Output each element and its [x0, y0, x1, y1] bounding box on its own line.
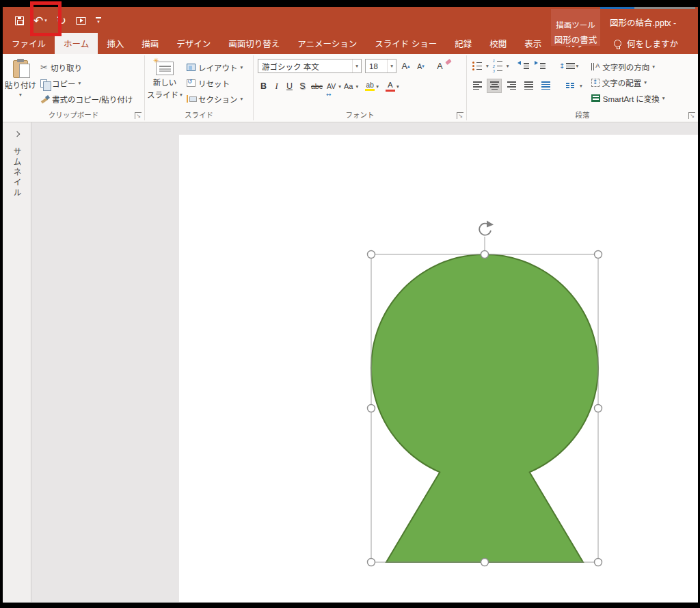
shrink-font-button[interactable]: A	[415, 60, 427, 73]
handle-bottom-right[interactable]	[595, 559, 602, 566]
line-spacing-button[interactable]: ↕	[560, 59, 575, 73]
tab-insert[interactable]: 挿入	[98, 33, 133, 54]
handle-top-left[interactable]	[368, 251, 375, 259]
strikethrough-button[interactable]: abc	[310, 79, 324, 93]
format-painter-button[interactable]: 書式のコピー/貼り付け	[38, 91, 135, 107]
handle-top-right[interactable]	[595, 251, 602, 259]
slide-editing-area[interactable]	[31, 122, 698, 602]
customize-qat-button[interactable]: ▾	[96, 13, 101, 28]
paste-button[interactable]: 貼り付け ▾	[3, 57, 38, 107]
start-slideshow-button[interactable]	[76, 13, 86, 28]
new-slide-button[interactable]: 新しい スライド ▾	[145, 57, 185, 107]
layout-button[interactable]: レイアウト ▾	[185, 60, 245, 75]
character-spacing-button[interactable]: AV	[325, 79, 337, 93]
columns-icon	[566, 83, 574, 88]
smartart-label: SmartArt に変換	[603, 93, 660, 104]
copy-button[interactable]: コピー ▾	[38, 75, 135, 91]
layout-dropdown-icon[interactable]: ▾	[241, 64, 243, 70]
indent-lines-icon	[540, 63, 546, 69]
clear-formatting-label: A	[437, 62, 442, 71]
columns-button[interactable]	[563, 79, 578, 93]
smartart-dropdown-icon[interactable]: ▾	[662, 95, 665, 101]
highlight-color-bar	[365, 89, 375, 92]
clear-formatting-button[interactable]: A	[434, 60, 446, 73]
font-dialog-launcher-icon[interactable]: ↘	[457, 112, 463, 119]
font-size-combobox[interactable]: 18 ▾	[365, 59, 396, 73]
distribute-button[interactable]	[538, 79, 553, 93]
underline-button[interactable]: U	[284, 79, 295, 93]
handle-top-center[interactable]	[481, 251, 489, 259]
character-spacing-dropdown-icon[interactable]: ▾	[338, 83, 341, 90]
handle-middle-right[interactable]	[595, 405, 602, 412]
merged-shape[interactable]	[371, 254, 598, 562]
increase-indent-button[interactable]	[535, 59, 550, 73]
group-slides: 新しい スライド ▾ レイアウト ▾ リセット	[145, 54, 253, 122]
font-size-dropdown-icon[interactable]: ▾	[387, 60, 396, 72]
copy-dropdown-icon[interactable]: ▾	[79, 80, 81, 86]
font-group-label: フォント	[254, 109, 466, 120]
expand-thumbnails-icon[interactable]	[14, 131, 19, 137]
font-name-dropdown-icon[interactable]: ▾	[352, 60, 361, 72]
tab-view[interactable]: 表示	[515, 33, 550, 54]
handle-middle-left[interactable]	[368, 405, 375, 412]
tab-design[interactable]: デザイン	[167, 33, 219, 54]
tell-me-box[interactable]: 何をしますか	[614, 33, 678, 54]
shape-overlay	[31, 122, 698, 603]
section-button[interactable]: セクション ▾	[185, 91, 245, 107]
paragraph-dialog-launcher-icon[interactable]: ↘	[688, 112, 695, 119]
font-size-value: 18	[369, 62, 378, 70]
font-name-combobox[interactable]: 游ゴシック 本文 ▾	[258, 59, 362, 73]
reset-button[interactable]: リセット	[185, 75, 245, 91]
align-text-icon: ↕	[591, 79, 600, 87]
tab-review[interactable]: 校閲	[481, 33, 515, 54]
change-case-button[interactable]: Aa	[342, 79, 354, 93]
align-left-button[interactable]	[470, 79, 485, 93]
window-edge-blue	[600, 7, 634, 9]
paste-dropdown-icon[interactable]: ▾	[19, 92, 22, 98]
thumbnail-panel[interactable]: サムネイル	[3, 122, 31, 602]
bullets-dropdown-icon[interactable]: ▾	[486, 63, 489, 69]
bold-button[interactable]: B	[258, 79, 269, 93]
tab-slideshow[interactable]: スライド ショー	[366, 33, 446, 54]
tab-transitions[interactable]: 画面切り替え	[219, 33, 288, 54]
italic-button[interactable]: I	[271, 79, 282, 93]
numbering-button[interactable]: 123	[490, 59, 505, 73]
numbering-dropdown-icon[interactable]: ▾	[507, 63, 509, 69]
align-right-button[interactable]	[504, 79, 519, 93]
decrease-indent-button[interactable]	[519, 59, 534, 73]
columns-dropdown-icon[interactable]: ▾	[580, 83, 582, 89]
bullets-button[interactable]	[470, 59, 485, 73]
change-case-dropdown-icon[interactable]: ▾	[355, 83, 358, 90]
save-button[interactable]	[15, 13, 24, 28]
line-spacing-dropdown-icon[interactable]: ▾	[576, 63, 579, 69]
tab-animations[interactable]: アニメーション	[288, 33, 366, 54]
cut-button[interactable]: ✂ 切り取り	[38, 60, 135, 75]
bullets-icon	[472, 62, 482, 70]
save-icon	[15, 16, 24, 25]
align-center-button[interactable]	[487, 79, 502, 93]
justify-button[interactable]	[521, 79, 536, 93]
align-center-icon	[490, 81, 499, 90]
align-text-dropdown-icon[interactable]: ▾	[644, 79, 647, 85]
section-dropdown-icon[interactable]: ▾	[241, 96, 243, 102]
font-color-button[interactable]: A	[386, 81, 395, 92]
handle-bottom-left[interactable]	[368, 559, 375, 566]
convert-smartart-button[interactable]: SmartArt に変換 ▾	[589, 90, 667, 106]
highlight-dropdown-icon[interactable]: ▾	[376, 83, 379, 90]
new-slide-dropdown-icon[interactable]: ▾	[180, 92, 183, 98]
tab-draw[interactable]: 描画	[133, 33, 167, 54]
text-direction-dropdown-icon[interactable]: ▾	[652, 64, 655, 70]
clipboard-group-label: クリップボード	[3, 109, 144, 120]
clipboard-dialog-launcher-icon[interactable]: ↘	[135, 112, 142, 119]
tab-record[interactable]: 記録	[446, 33, 481, 54]
handle-bottom-center[interactable]	[481, 559, 489, 566]
font-color-dropdown-icon[interactable]: ▾	[396, 83, 399, 90]
grow-font-button[interactable]: A	[400, 60, 412, 73]
align-text-button[interactable]: ↕ 文字の配置 ▾	[589, 75, 667, 90]
text-direction-button[interactable]: A 文字列の方向 ▾	[589, 59, 667, 75]
text-shadow-button[interactable]: S	[297, 79, 308, 93]
format-painter-label: 書式のコピー/貼り付け	[52, 94, 133, 105]
tab-shape-format[interactable]: 図形の書式	[551, 33, 600, 46]
text-highlight-button[interactable]: ab	[365, 81, 375, 92]
cut-icon: ✂	[40, 63, 48, 72]
